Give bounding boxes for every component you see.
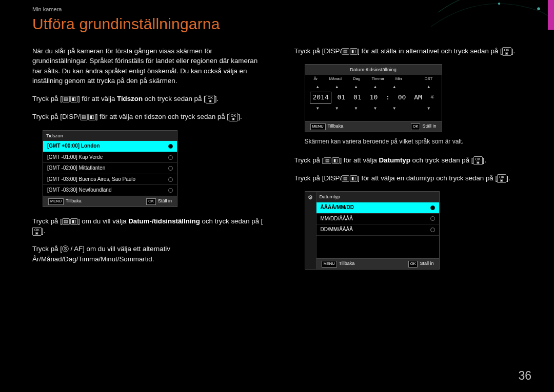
ok-icon: OK▣ (502, 47, 511, 56)
nav-icon: ▤ (342, 48, 349, 55)
nav-icon: ◧ (332, 157, 340, 164)
page-title: Utföra grundinställningarna (32, 15, 554, 33)
nav-icon: ▤ (342, 175, 349, 182)
timezone-option[interactable]: [GMT -01:00] Kap Verde (43, 152, 177, 163)
section-color-tab (548, 0, 554, 30)
panel-title: Datum-/tidsinställning (305, 65, 442, 75)
timezone-option[interactable]: [GMT +00:00] London (43, 140, 177, 152)
step-7: Tryck på [DISP/▤◧] för att välja en datu… (294, 173, 526, 183)
gear-icon: ⚙ (308, 194, 313, 202)
datetime-value[interactable]: AM (412, 92, 424, 103)
timezone-option[interactable]: [GMT -03:00] Buenos Aires, Sao Paulo (43, 174, 177, 185)
nav-icon: ▤ (80, 114, 88, 120)
ok-icon: OK▣ (497, 174, 506, 183)
note-text: Skärmen kan variera beroende på vilket s… (305, 137, 526, 146)
datetime-value[interactable]: 01 (351, 92, 364, 103)
disp-icon: DISP (62, 113, 78, 120)
datetime-value[interactable]: ☼ (428, 92, 437, 103)
nav-icon: ◧ (88, 114, 96, 120)
disp-icon: DISP (324, 47, 340, 55)
step-4: Tryck på [ⓢ / AF] om du vill välja ett a… (32, 244, 264, 264)
timezone-option[interactable]: [GMT -03:30] Newfoundland (43, 184, 177, 196)
nav-icon: ▤ (324, 157, 331, 164)
step-3: Tryck på [▤◧] om du vill välja Datum-/ti… (32, 216, 264, 236)
timezone-panel: Tidszon [GMT +00:00] London[GMT -01:00] … (43, 130, 177, 207)
nav-icon: ▤ (62, 218, 70, 225)
datetype-option[interactable]: DD/MM/ÅÅÅÅ (316, 224, 439, 235)
datetime-value[interactable]: : (384, 92, 392, 103)
step-1: Tryck på [▤◧] för att välja Tidszon och … (32, 94, 264, 104)
disp-icon: DISP (324, 174, 340, 182)
datetype-option[interactable]: ÅÅÅÅ/MM/DD (316, 202, 439, 213)
ok-icon: OK▣ (206, 95, 215, 104)
right-column: Tryck på [DISP/▤◧] för att ställa in alt… (294, 46, 526, 279)
timezone-option[interactable]: [GMT -02:00] Mittatlanten (43, 162, 177, 174)
panel-title: Datumtyp (316, 192, 439, 202)
datetime-value[interactable]: 2014 (310, 92, 331, 104)
step-5: Tryck på [DISP/▤◧] för att ställa in alt… (294, 46, 526, 56)
datetype-option[interactable]: MM/DD/ÅÅÅÅ (316, 213, 439, 224)
nav-icon: ▤ (62, 96, 70, 102)
nav-icon: ◧ (350, 48, 358, 55)
nav-icon: ◧ (350, 175, 358, 182)
left-column: När du slår på kameran för första gången… (32, 46, 264, 279)
timer-af-icon: ⓢ / AF (62, 245, 83, 253)
datetime-value[interactable]: 10 (368, 92, 380, 103)
ok-icon: OK▣ (32, 227, 42, 236)
step-2: Tryck på [DISP/▤◧] för att välja en tids… (32, 112, 264, 121)
datetype-panel: ⚙ Datumtyp ÅÅÅÅ/MM/DDMM/DD/ÅÅÅÅDD/MM/ÅÅÅ… (305, 191, 440, 269)
ok-icon: OK▣ (229, 113, 238, 121)
ok-icon: OK▣ (473, 156, 483, 165)
datetime-value[interactable]: 01 (335, 92, 348, 103)
datetime-value[interactable]: 00 (396, 92, 408, 103)
intro-text: När du slår på kameran för första gången… (32, 46, 264, 86)
page-number: 36 (518, 369, 531, 383)
breadcrumb: Min kamera (32, 6, 554, 12)
nav-icon: ◧ (70, 218, 78, 225)
panel-title: Tidszon (43, 131, 177, 141)
datetime-panel: Datum-/tidsinställning ÅrMånadDagTimmaMi… (305, 64, 442, 132)
step-6: Tryck på [▤◧] för att välja Datumtyp och… (294, 155, 526, 165)
nav-icon: ◧ (70, 96, 78, 102)
